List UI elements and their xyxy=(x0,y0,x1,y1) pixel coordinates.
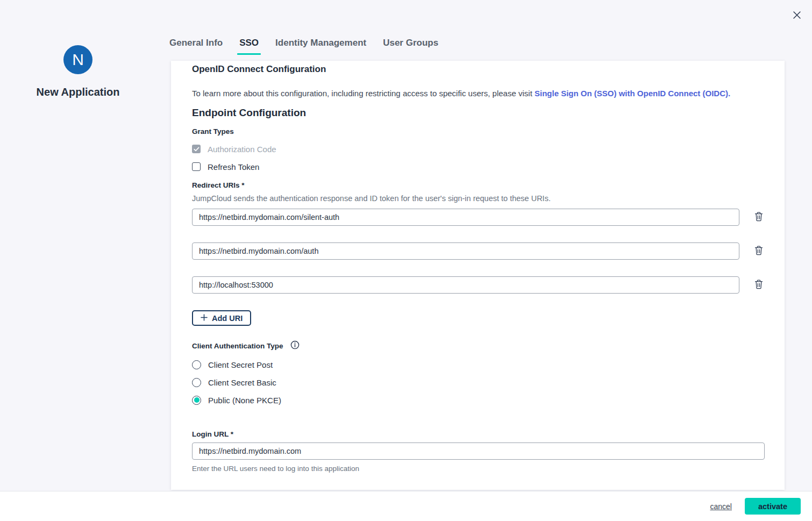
close-button[interactable] xyxy=(790,9,804,23)
info-icon[interactable] xyxy=(290,340,300,351)
client-secret-basic-radio[interactable] xyxy=(192,378,201,387)
trash-icon xyxy=(754,279,763,291)
client-secret-post-label: Client Secret Post xyxy=(208,360,273,369)
oidc-docs-link[interactable]: Single Sign On (SSO) with OpenID Connect… xyxy=(535,89,730,98)
refresh-token-option[interactable]: Refresh Token xyxy=(192,161,765,173)
intro-text: To learn more about this configuration, … xyxy=(192,89,532,98)
public-pkce-radio[interactable] xyxy=(192,396,201,405)
delete-uri-button-3[interactable] xyxy=(753,279,765,291)
tab-user-groups[interactable]: User Groups xyxy=(382,38,439,55)
authorization-code-option: Authorization Code xyxy=(192,143,765,155)
login-url-input[interactable] xyxy=(192,443,765,460)
app-avatar: N xyxy=(63,45,92,74)
endpoint-config-heading: Endpoint Configuration xyxy=(192,107,765,119)
activate-button[interactable]: activate xyxy=(745,498,801,515)
card-heading: OpenID Connect Configuration xyxy=(192,64,765,75)
cancel-link[interactable]: cancel xyxy=(710,502,732,511)
redirect-uri-row xyxy=(192,276,765,294)
delete-uri-button-1[interactable] xyxy=(753,211,765,224)
redirect-uri-input-3[interactable] xyxy=(192,276,739,294)
tab-identity-management[interactable]: Identity Management xyxy=(275,38,367,55)
add-uri-button[interactable]: Add URI xyxy=(192,310,251,326)
redirect-uri-input-2[interactable] xyxy=(192,242,739,260)
login-url-label: Login URL * xyxy=(192,430,765,438)
client-auth-type-row: Client Authentication Type xyxy=(192,340,765,351)
redirect-uris-label: Redirect URIs * xyxy=(192,181,765,189)
new-application-modal: N New Application General Info SSO Ident… xyxy=(0,0,812,521)
client-secret-post-radio[interactable] xyxy=(192,360,201,369)
check-icon xyxy=(194,147,200,152)
refresh-token-checkbox[interactable] xyxy=(192,162,201,171)
avatar-letter: N xyxy=(72,51,84,69)
app-summary-panel: N New Application xyxy=(24,45,132,98)
redirect-uri-input-1[interactable] xyxy=(192,209,739,226)
redirect-uris-description: JumpCloud sends the authentication respo… xyxy=(192,194,765,203)
tab-general-info[interactable]: General Info xyxy=(169,38,223,55)
footer-bar: cancel activate xyxy=(0,491,812,521)
tab-sso[interactable]: SSO xyxy=(239,38,259,55)
close-icon xyxy=(791,9,803,23)
grant-types-label: Grant Types xyxy=(192,127,765,135)
intro-paragraph: To learn more about this configuration, … xyxy=(192,89,765,98)
refresh-token-label: Refresh Token xyxy=(208,162,259,172)
client-secret-basic-label: Client Secret Basic xyxy=(208,378,276,387)
authorization-code-checkbox xyxy=(192,145,201,153)
add-uri-label: Add URI xyxy=(212,314,243,323)
redirect-uri-row xyxy=(192,242,765,260)
sso-config-card: OpenID Connect Configuration To learn mo… xyxy=(171,61,785,490)
app-title: New Application xyxy=(24,86,132,98)
authorization-code-label: Authorization Code xyxy=(208,145,276,154)
login-url-helper: Enter the URL users need to log into thi… xyxy=(192,465,765,473)
trash-icon xyxy=(754,245,763,257)
redirect-uri-row xyxy=(192,209,765,226)
trash-icon xyxy=(754,211,763,223)
client-auth-type-label: Client Authentication Type xyxy=(192,342,283,350)
client-secret-basic-option[interactable]: Client Secret Basic xyxy=(192,376,765,388)
plus-icon xyxy=(201,314,208,323)
public-pkce-option[interactable]: Public (None PKCE) xyxy=(192,394,765,406)
public-pkce-label: Public (None PKCE) xyxy=(208,396,281,405)
delete-uri-button-2[interactable] xyxy=(753,245,765,258)
client-secret-post-option[interactable]: Client Secret Post xyxy=(192,359,765,370)
tab-bar: General Info SSO Identity Management Use… xyxy=(169,38,439,55)
